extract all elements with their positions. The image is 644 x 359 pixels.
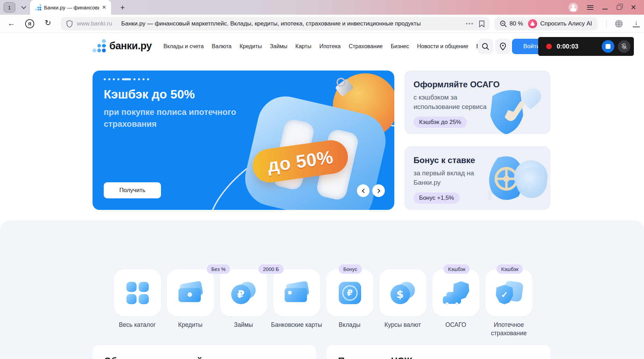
browser-tab-bar: 1 Банки.ру — финансовы ✕ + ✕	[0, 0, 644, 15]
downloads-button[interactable]: ↓	[633, 19, 640, 27]
zoom-control[interactable]: 80 %	[495, 17, 528, 30]
download-icon: ↓	[635, 19, 638, 26]
favicon-banki-icon	[35, 4, 41, 10]
microphone-muted-button[interactable]	[618, 40, 630, 53]
nav-loans[interactable]: Займы	[270, 43, 287, 50]
bookmark-icon[interactable]	[479, 20, 485, 28]
promo-card-title: Бонус к ставке	[414, 155, 475, 165]
hero-cta-button[interactable]: Получить	[104, 182, 161, 198]
yandex-search-button[interactable]: Я	[25, 19, 34, 28]
catalog-tile-label: Ипотечное страхование	[479, 321, 539, 337]
browser-toolbar: ← Я ↻ www.banki.ru Банки.ру — финансовый…	[0, 15, 644, 33]
catalog-tile-label: Займы	[214, 321, 273, 329]
recording-timer: 0:00:03	[557, 43, 578, 50]
catalog-tile-all[interactable]	[114, 269, 161, 316]
stop-icon	[606, 44, 610, 49]
catalog-tile-osago[interactable]	[432, 269, 480, 316]
url-text: www.banki.ru	[77, 20, 112, 27]
stop-recording-button[interactable]	[602, 40, 614, 53]
refresh-button[interactable]: ↻	[45, 19, 51, 28]
tab-close-icon[interactable]: ✕	[101, 4, 108, 10]
promo-card-badge: Бонус +1,5%	[414, 192, 460, 204]
catalog-grid-icon	[126, 282, 149, 304]
translate-globe-icon[interactable]	[614, 19, 624, 29]
banki-page: банки.ру Вклады и счета Валюта Кредиты З…	[0, 33, 644, 359]
window-restore-button[interactable]	[617, 5, 621, 10]
address-bar[interactable]: www.banki.ru Банки.ру — финансовый марке…	[61, 17, 490, 30]
bank-cards-icon	[285, 283, 309, 303]
catalog-section: Весь каталог Кредиты Без % ₽ Займы 2000 …	[0, 220, 644, 359]
promo-card-badge: Кэшбэк до 25%	[414, 117, 467, 128]
carousel-prev-button[interactable]	[357, 184, 369, 197]
feature-card-nsz-program[interactable]: Программа НСЖ Фиксированная доходность и…	[327, 345, 550, 359]
shield-heart-illustration	[485, 77, 548, 134]
geo-location-button[interactable]	[495, 39, 511, 54]
catalog-tile-badge: Без %	[207, 264, 230, 274]
hero-banner[interactable]: до 50% Кэшбэк до 50% при покупке полиса …	[93, 71, 394, 210]
promo-card-deposit-bonus[interactable]: Бонус к ставке за первый вклад на Банки.…	[404, 146, 550, 210]
nav-insurance[interactable]: Страхование	[349, 43, 382, 50]
catalog-tile-badge: Кэшбэк	[444, 264, 470, 274]
window-minimize-button[interactable]	[602, 9, 608, 9]
carousel-indicator[interactable]	[104, 78, 149, 80]
hero-discount-text: до 50%	[266, 146, 335, 176]
catalog-tile-badge: Бонус	[339, 264, 362, 274]
catalog-tile-label: Вклады	[320, 321, 379, 329]
nav-mortgage[interactable]: Ипотека	[319, 43, 341, 50]
refresh-icon: ↻	[45, 19, 51, 27]
address-page-title: Банки.ру — финансовый маркетплейс. Вклад…	[121, 20, 462, 27]
safe-coins-illustration	[478, 153, 548, 210]
credit-cards-icon	[178, 283, 203, 303]
deposit-icon: ₽	[339, 282, 361, 304]
chevron-right-icon	[376, 189, 380, 193]
recording-dot-icon	[546, 44, 552, 49]
alice-label: Спросить Алису AI	[540, 20, 592, 27]
nav-cards[interactable]: Карты	[295, 43, 312, 50]
new-tab-button[interactable]: +	[117, 2, 128, 13]
catalog-tile-loans[interactable]: ₽	[220, 269, 267, 316]
catalog-tile-badge: Кэшбэк	[497, 264, 523, 274]
catalog-tile-currency-rates[interactable]: $	[379, 269, 426, 316]
profile-avatar[interactable]	[569, 3, 578, 12]
carousel-next-button[interactable]	[372, 184, 385, 197]
nav-currency[interactable]: Валюта	[212, 43, 232, 50]
active-tab[interactable]: Банки.ру — финансовы ✕	[30, 0, 111, 15]
hero-title: Кэшбэк до 50%	[104, 87, 195, 101]
nav-news[interactable]: Новости и общение	[417, 43, 468, 50]
yandex-icon: Я	[28, 21, 31, 27]
location-pin-icon	[499, 42, 507, 51]
toolbar-divider	[606, 20, 607, 28]
tab-counter-button[interactable]: 1	[3, 2, 15, 13]
ask-alice-button[interactable]: Спросить Алису AI	[525, 17, 598, 30]
nav-deposits[interactable]: Вклады и счета	[163, 43, 204, 50]
feature-card-title: Обмен валюты онлайн	[104, 356, 208, 359]
hero-subtitle: при покупке полиса ипотечного страховани…	[104, 106, 261, 130]
nav-credits[interactable]: Кредиты	[240, 43, 262, 50]
back-button[interactable]: ←	[8, 19, 15, 28]
zoom-level: 80 %	[510, 20, 523, 27]
window-close-button[interactable]: ✕	[630, 4, 636, 11]
nav-business[interactable]: Бизнес	[391, 43, 409, 50]
site-search-button[interactable]	[478, 39, 493, 54]
catalog-tile-deposits[interactable]: ₽	[326, 269, 373, 316]
banki-logo[interactable]: банки.ру	[93, 39, 152, 52]
screen-recorder-widget: 0:00:03	[538, 37, 634, 56]
zoom-out-icon	[499, 20, 507, 28]
promo-card-osago[interactable]: Оформляйте ОСАГО с кэшбэком за использов…	[404, 71, 550, 134]
catalog-tile-credits[interactable]	[167, 269, 214, 316]
banki-logo-text: банки.ру	[109, 40, 152, 52]
car-shield-icon	[443, 281, 469, 305]
browser-menu-icon[interactable]	[587, 5, 593, 10]
chevron-left-icon	[362, 189, 366, 193]
security-shield-icon	[66, 20, 73, 28]
address-more-icon[interactable]: •••	[466, 20, 474, 27]
back-arrow-icon: ←	[8, 19, 15, 27]
site-header: банки.ру Вклады и счета Валюта Кредиты З…	[0, 33, 644, 60]
catalog-tile-bank-cards[interactable]	[273, 269, 320, 316]
catalog-tile-label: Курсы валют	[373, 321, 432, 329]
feature-card-title: Программа НСЖ	[338, 356, 412, 359]
catalog-tile-mortgage-insurance[interactable]: ✓	[485, 269, 533, 316]
tab-list-chevron-button[interactable]	[19, 3, 29, 11]
mic-off-icon	[621, 43, 628, 50]
feature-card-currency-exchange[interactable]: Обмен валюты онлайн Актуальная информаци…	[93, 345, 316, 359]
